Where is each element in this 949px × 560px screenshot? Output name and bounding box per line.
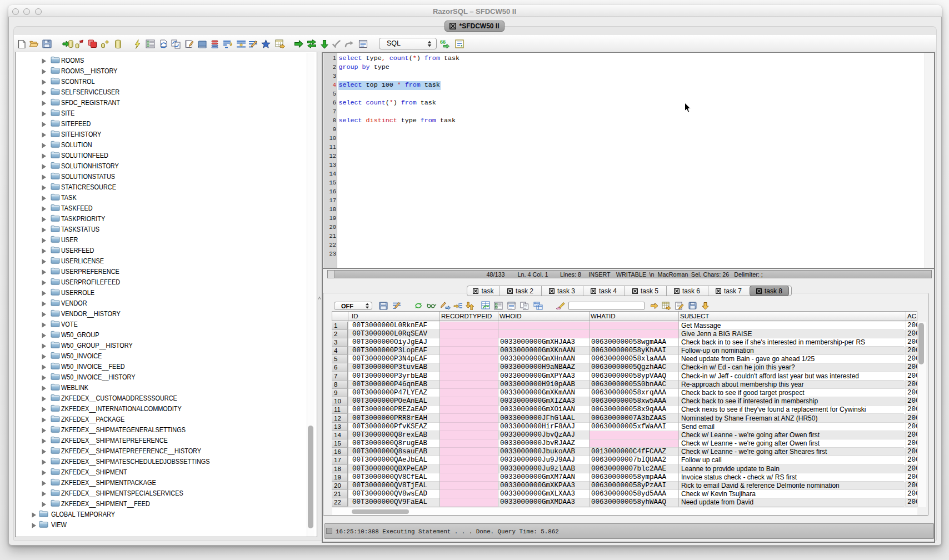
svg-text:66: 66	[440, 39, 446, 45]
